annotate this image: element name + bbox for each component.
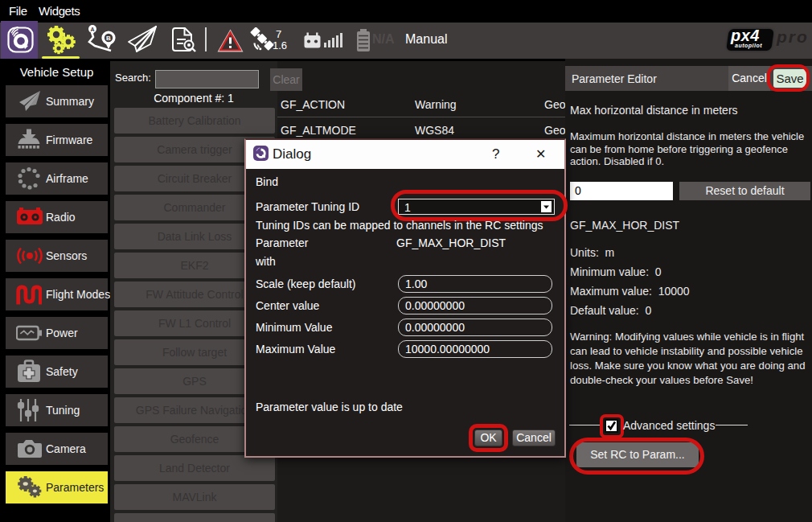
svg-text:B: B (106, 35, 111, 42)
svg-text:A: A (90, 27, 94, 32)
